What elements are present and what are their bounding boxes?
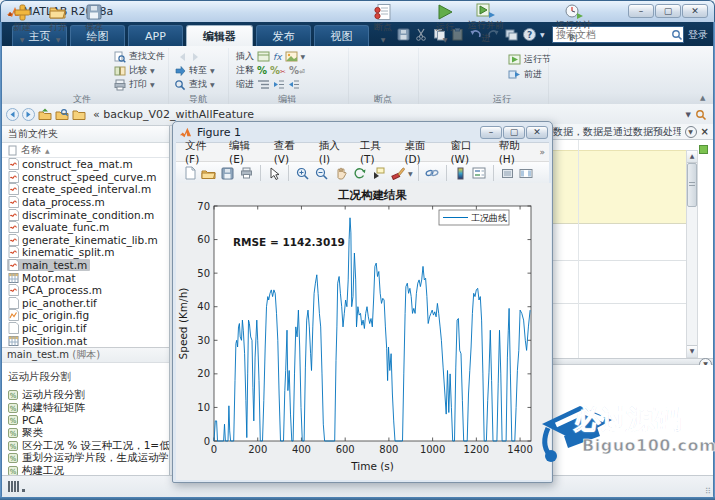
new-button[interactable]: 新建▼ xyxy=(4,2,40,46)
figure-close-button[interactable]: ✕ xyxy=(526,126,548,139)
minimize-button[interactable]: – xyxy=(628,4,654,18)
up-folder-icon[interactable] xyxy=(38,108,52,121)
find-files-button[interactable]: 查找文件 xyxy=(114,50,165,63)
file-row[interactable]: PCA_process.m xyxy=(2,284,169,297)
name-column-header[interactable]: 名称 ▲ xyxy=(2,143,169,158)
figure-menu-2[interactable]: 编辑(E) xyxy=(224,139,269,165)
file-row[interactable]: construct_fea_mat.m xyxy=(2,158,169,171)
maximize-button[interactable]: ▢ xyxy=(655,4,681,18)
file-row[interactable]: discriminate_condition.m xyxy=(2,208,169,221)
run-button[interactable]: 运行▼ xyxy=(428,2,462,46)
section-item[interactable]: %PCA xyxy=(2,414,169,427)
open-file-icon[interactable] xyxy=(200,165,217,182)
browse-folder-icon[interactable] xyxy=(55,108,69,121)
file-row[interactable]: kinematic_split.m xyxy=(2,246,169,259)
figure-menu-4[interactable]: 插入(I) xyxy=(314,139,355,165)
uncomment-icon[interactable]: %✂ xyxy=(270,65,286,76)
code-analyzer-indicator[interactable] xyxy=(699,145,708,154)
save-figure-icon[interactable] xyxy=(219,165,236,182)
open-button[interactable]: 打开▼ xyxy=(40,2,76,46)
notification-close-icon[interactable]: × xyxy=(701,126,709,137)
file-row[interactable]: data_process.m xyxy=(2,196,169,209)
nav-back-forward[interactable] xyxy=(176,50,202,63)
plot-axes[interactable]: 0200400600800100012001400010203040506070… xyxy=(177,183,550,479)
advance-button[interactable]: 前进 xyxy=(508,68,542,81)
qat-dropdown-icon[interactable]: ▼ xyxy=(540,31,545,38)
file-row[interactable]: evaluate_func.m xyxy=(2,221,169,234)
print-figure-icon[interactable] xyxy=(238,165,255,182)
show-plot-tools-icon[interactable] xyxy=(518,165,535,182)
breakpoints-button[interactable]: 断点▼ xyxy=(360,2,406,46)
ribbon-tab-5[interactable]: 发布 xyxy=(256,25,311,46)
file-row[interactable]: Position.mat xyxy=(2,334,169,347)
file-row[interactable]: pic_origin.fig xyxy=(2,309,169,322)
resize-grip[interactable]: ⠿ xyxy=(705,487,711,496)
pointer-icon[interactable] xyxy=(266,165,283,182)
panel-separator[interactable] xyxy=(553,358,713,365)
brush-icon[interactable] xyxy=(389,165,406,182)
compare-button[interactable]: 比较▼ xyxy=(114,64,155,77)
figure-minimize-button[interactable]: – xyxy=(480,126,502,139)
pan-icon[interactable] xyxy=(332,165,349,182)
legend[interactable]: 工况曲线 xyxy=(439,210,509,225)
sign-in-link[interactable]: 登录 xyxy=(688,28,708,42)
forward-icon[interactable] xyxy=(22,108,35,121)
link-plot-icon[interactable] xyxy=(424,165,441,182)
zoom-in-icon[interactable] xyxy=(294,165,311,182)
new-figure-icon[interactable] xyxy=(181,165,198,182)
save-button[interactable]: 保存▼ xyxy=(76,2,112,46)
file-row[interactable]: Motor.mat xyxy=(2,271,169,284)
section-item[interactable]: %区分工况 % 设三种工况，1=低速... xyxy=(2,439,169,452)
zoom-out-icon[interactable] xyxy=(313,165,330,182)
figure-maximize-button[interactable]: ▢ xyxy=(503,126,525,139)
close-button[interactable]: ✕ xyxy=(682,4,708,18)
figure-menu-8[interactable]: 帮助(H) xyxy=(494,139,540,165)
wrap-comment-icon[interactable]: %⏎ xyxy=(289,65,305,76)
section-item[interactable]: %重划分运动学片段，生成运动学片... xyxy=(2,452,169,465)
run-advance-button[interactable]: 运行并前进 xyxy=(464,2,508,46)
current-folder-header[interactable]: 当前文件夹 xyxy=(2,126,169,143)
details-panel-header[interactable]: main_test.m (脚本) xyxy=(2,347,169,363)
address-path[interactable]: « backup_V02_withAllFeature xyxy=(93,108,254,121)
insert-row[interactable]: 插入 fx ▼ xyxy=(236,50,305,63)
figure-menu-1[interactable]: 文件(F) xyxy=(180,139,224,165)
ribbon-tab-4[interactable]: 编辑器 xyxy=(186,25,253,46)
notification-dropdown-icon[interactable]: ▼ xyxy=(685,126,697,138)
file-row[interactable]: pic_origin.tif xyxy=(2,322,169,335)
run-section-button[interactable]: 运行节 xyxy=(508,53,551,66)
back-icon[interactable] xyxy=(6,108,19,121)
file-row[interactable]: construct_speed_curve.m xyxy=(2,171,169,184)
file-row[interactable]: generate_kinematic_lib.m xyxy=(2,234,169,247)
ribbon-collapse-icon[interactable]: ▲ xyxy=(700,94,705,102)
editor-scrollbar[interactable]: ▲ ▼ xyxy=(686,150,698,358)
file-row-selected[interactable]: main_test.m xyxy=(2,259,169,272)
insert-colorbar-icon[interactable] xyxy=(452,165,469,182)
file-row[interactable]: pic_another.tif xyxy=(2,297,169,310)
print-button[interactable]: 打印▼ xyxy=(114,78,155,91)
file-row[interactable]: create_speed_interval.m xyxy=(2,183,169,196)
indent-row[interactable]: 缩进 xyxy=(236,78,300,91)
run-time-button[interactable]: 运行并计时 xyxy=(552,2,596,46)
scroll-up-icon[interactable]: ▲ xyxy=(687,151,697,163)
figure-menu-6[interactable]: 桌面(D) xyxy=(399,139,445,165)
scroll-down-icon[interactable]: ▼ xyxy=(687,345,697,357)
data-cursor-icon[interactable] xyxy=(370,165,387,182)
menu-overflow-icon[interactable]: » xyxy=(539,147,545,157)
rotate-3d-icon[interactable] xyxy=(351,165,368,182)
goto-button[interactable]: 转至▼ xyxy=(174,64,215,77)
find-button[interactable]: 查找▼ xyxy=(174,78,215,91)
comment-icon[interactable]: % xyxy=(257,65,267,76)
section-item[interactable]: %聚类 xyxy=(2,427,169,440)
figure-menu-5[interactable]: 工具(T) xyxy=(355,139,399,165)
figure-menu-7[interactable]: 窗口(W) xyxy=(445,139,493,165)
comment-row[interactable]: 注释 % %✂ %⏎ xyxy=(236,64,305,77)
cut-icon[interactable] xyxy=(414,27,429,42)
section-item[interactable]: %运动片段分割 xyxy=(2,389,169,402)
insert-legend-icon[interactable] xyxy=(471,165,488,182)
help-icon[interactable]: ? xyxy=(522,27,537,42)
hide-plot-tools-icon[interactable] xyxy=(499,165,516,182)
address-dropdown-icon[interactable]: ▼ xyxy=(686,111,691,119)
section-item[interactable]: %构建特征矩阵 xyxy=(2,402,169,415)
fx-icon[interactable]: fx xyxy=(273,52,282,62)
scrollbar-thumb[interactable] xyxy=(687,163,697,207)
